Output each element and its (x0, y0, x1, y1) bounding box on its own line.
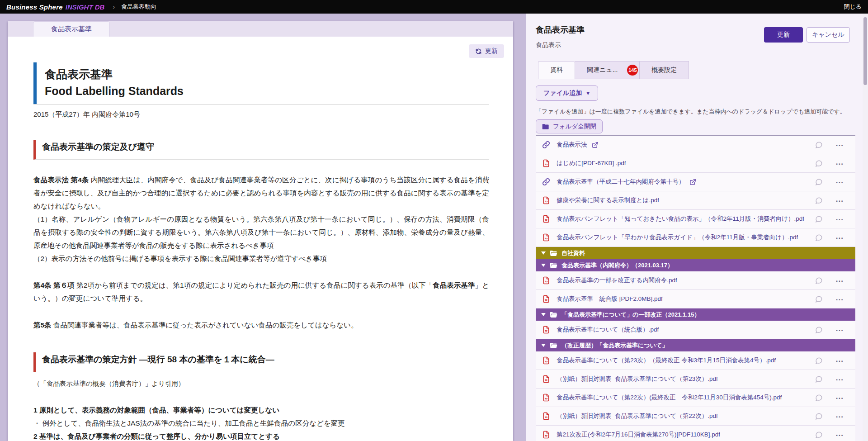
panel-tab-3[interactable]: 概要設定 (639, 61, 689, 79)
more-options-button[interactable]: ... (836, 213, 844, 223)
more-options-button[interactable]: ... (836, 411, 844, 420)
file-name: （別紙）新旧対照表_食品表示基準について（第23次）.pdf (557, 375, 718, 383)
pdf-icon (542, 375, 550, 383)
file-row[interactable]: 食品表示基準について（第23次）（最終改正 令和3年1月15日消食表第4号）.p… (536, 351, 855, 370)
add-file-label: ファイル追加 (543, 89, 582, 97)
more-options-button[interactable]: ... (836, 429, 844, 438)
toggle-all-folders-button[interactable]: フォルダ全開閉 (536, 119, 603, 133)
more-options-button[interactable]: ... (836, 139, 844, 148)
file-name: 食品表示パンフレット「知っておきたい食品の表示」（令和2年11月版・消費者向け）… (557, 215, 804, 223)
page-scrollbar (863, 14, 868, 441)
pdf-icon (542, 196, 550, 204)
pdf-icon (542, 215, 550, 223)
folder-open-icon (550, 342, 557, 349)
more-options-button[interactable]: ... (836, 195, 844, 204)
comment-icon[interactable] (815, 215, 823, 223)
paragraph-line: 食品表示法 第4条 内閣総理大臣は、内閣府令で、食品及び食品関連事業者等の区分ご… (33, 173, 489, 213)
comment-icon[interactable] (815, 295, 823, 303)
comment-icon[interactable] (815, 196, 823, 204)
add-file-button[interactable]: ファイル追加 ▼ (536, 85, 598, 101)
comment-icon[interactable] (815, 141, 823, 149)
file-name: 食品表示法 (557, 141, 587, 149)
comment-icon[interactable] (815, 178, 823, 186)
caret-down-icon (541, 251, 546, 255)
document-body: 食品表示基準 Food Labelling Standards 2015（平成2… (33, 37, 489, 441)
pdf-icon (542, 159, 550, 167)
cancel-button[interactable]: キャンセル (807, 27, 850, 43)
file-row[interactable]: 健康や栄養に関する表示制度とは.pdf... (536, 191, 855, 210)
file-row[interactable]: 食品表示法... (536, 136, 855, 154)
file-row[interactable]: 食品表示基準 統合版 [PDF2.0MB].pdf... (536, 290, 855, 308)
section-heading: 食品表示基準の策定方針 ―現行 58 本の基準を１本に統合― (33, 352, 489, 372)
more-options-button[interactable]: ... (836, 374, 844, 383)
comment-icon[interactable] (815, 412, 823, 420)
file-row[interactable]: 食品表示パンフレット「早わかり食品表示ガイド」（令和2年11月版・事業者向け）.… (536, 228, 855, 247)
folder-open-icon (550, 262, 557, 269)
more-options-button[interactable]: ... (836, 232, 844, 241)
panel-tab-1[interactable]: 資料 (538, 61, 575, 79)
comment-icon[interactable] (815, 356, 823, 365)
paragraph: 第5条 食品関連事業者等は、食品表示基準に従った表示がされていない食品の販売をし… (33, 318, 489, 332)
caret-down-icon (541, 313, 546, 316)
more-options-button[interactable]: ... (836, 176, 844, 185)
document-card: 食品表示基準 更新 食品表示基準 Food Labelling Standard… (8, 21, 513, 441)
brand-logo-accent: INSIGHT DB (66, 3, 105, 11)
document-refresh-button[interactable]: 更新 (469, 44, 504, 58)
add-file-hint: 「ファイルを追加」は一度に複数ファイルを追加できます。また当枠内へのドラッグ＆ド… (536, 108, 855, 116)
paragraph-line: （2）表示の方法その他前号に掲げる事項を表示する際に食品関連事業者等が遵守すべき… (33, 252, 489, 265)
folder-row[interactable]: （改正履歴）「食品表示基準について」 (536, 339, 855, 351)
file-row[interactable]: 第21次改正(令和2年7月16日消食表第270号)[PDF110KB].pdf.… (536, 426, 855, 441)
document-tab[interactable]: 食品表示基準 (33, 21, 110, 37)
file-row[interactable]: 食品表示基準について（第22次）(最終改正 令和2年11月30日消食表第454号… (536, 389, 855, 407)
folder-name: 食品表示基準（内閣府令）（2021.03.17） (561, 261, 673, 270)
comment-icon[interactable] (815, 159, 823, 167)
update-button[interactable]: 更新 (764, 27, 803, 43)
more-options-button[interactable]: ... (836, 392, 844, 401)
comment-icon[interactable] (815, 233, 823, 242)
panel-tab-2[interactable]: 関連ニュ...145 (575, 61, 639, 79)
comment-icon[interactable] (815, 326, 823, 334)
link-icon (542, 178, 550, 186)
folder-row[interactable]: 食品表示基準（内閣府令）（2021.03.17） (536, 259, 855, 271)
more-options-button[interactable]: ... (836, 355, 844, 364)
file-name: （別紙）新旧対照表_食品表示基準について（第22次）.pdf (557, 412, 718, 420)
more-options-button[interactable]: ... (836, 324, 844, 333)
file-row[interactable]: 食品表示基準（平成二十七年内閣府令第十号）... (536, 173, 855, 191)
folder-icon (542, 123, 549, 130)
file-name: 食品表示基準 統合版 [PDF2.0MB].pdf (557, 295, 663, 303)
more-options-button[interactable]: ... (836, 275, 844, 284)
folder-row[interactable]: 「食品表示基準について」の一部改正（2021.1.15） (536, 308, 855, 321)
more-options-button[interactable]: ... (836, 294, 844, 303)
file-row[interactable]: （別紙）新旧対照表_食品表示基準について（第23次）.pdf... (536, 370, 855, 389)
document-content: 更新 食品表示基準 Food Labelling Standards 2015（… (8, 37, 513, 441)
chevron-down-icon: ▼ (585, 90, 590, 96)
file-name: 食品表示パンフレット「早わかり食品表示ガイド」（令和2年11月版・事業者向け）.… (557, 233, 798, 242)
file-row[interactable]: 食品表示基準について（統合版）.pdf... (536, 321, 855, 339)
file-row[interactable]: 食品表示基準の一部を改正する内閣府令.pdf... (536, 271, 855, 290)
comment-icon[interactable] (815, 394, 823, 402)
comment-icon[interactable] (815, 431, 823, 439)
more-options-button[interactable]: ... (836, 158, 844, 167)
file-row[interactable]: はじめに[PDF-67KB] .pdf... (536, 154, 855, 173)
close-button[interactable]: 閉じる (844, 3, 862, 11)
notification-badge: 145 (627, 65, 638, 76)
pdf-icon (542, 431, 550, 439)
breadcrumb-separator-icon: › (113, 3, 115, 10)
list-line: ・ 例外として、食品衛生法とJAS法の基準の統合に当たり、加工食品と生鮮食品の区… (33, 417, 489, 430)
folder-row[interactable]: 自社資料 (536, 247, 855, 259)
pdf-icon (542, 276, 550, 285)
policy-list: 1 原則として、表示義務の対象範囲（食品、事業者等）については変更しない・ 例外… (33, 403, 489, 441)
external-link-icon[interactable] (592, 142, 599, 148)
external-link-icon[interactable] (689, 179, 696, 185)
paragraph-line: 第5条 食品関連事業者等は、食品表示基準に従った表示がされていない食品の販売をし… (33, 318, 489, 332)
pdf-icon (542, 412, 550, 420)
comment-icon[interactable] (815, 375, 823, 383)
file-row[interactable]: （別紙）新旧対照表_食品表示基準について（第22次）.pdf... (536, 407, 855, 426)
document-header: 食品表示基準 Food Labelling Standards (33, 62, 489, 104)
file-row[interactable]: 食品表示パンフレット「知っておきたい食品の表示」（令和2年11月版・消費者向け）… (536, 210, 855, 228)
page-scrollbar-thumb[interactable] (863, 17, 867, 85)
comment-icon[interactable] (815, 276, 823, 285)
file-name: 食品表示基準の一部を改正する内閣府令.pdf (557, 276, 677, 285)
breadcrumb[interactable]: 食品業界動向 (121, 3, 156, 11)
file-name: 第21次改正(令和2年7月16日消食表第270号)[PDF110KB].pdf (557, 431, 720, 439)
